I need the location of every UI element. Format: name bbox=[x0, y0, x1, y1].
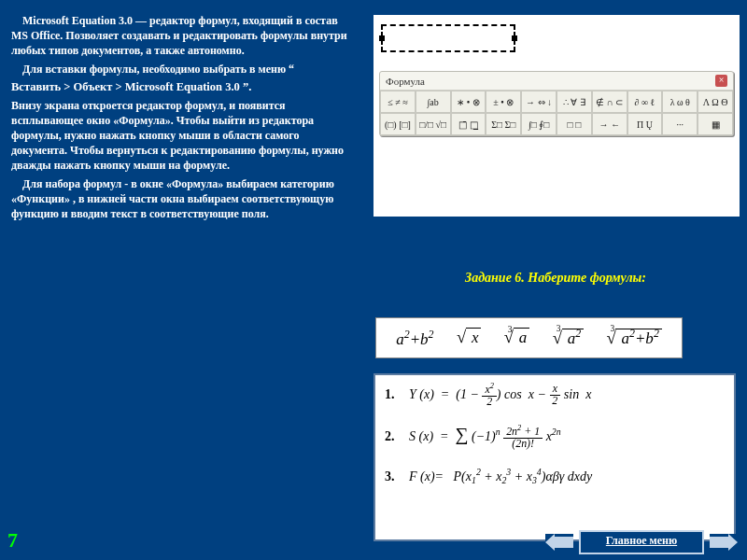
menu-path: Вставить > Объект > Microsoft Equation 3… bbox=[11, 79, 357, 95]
navigation-bar: Главное меню bbox=[545, 530, 738, 554]
task-heading: Задание 6. Наберите формулы: bbox=[374, 271, 738, 286]
toolbar-button-16: → ← bbox=[592, 113, 627, 135]
intro-p4: Для набора формул - в окне «Формула» выб… bbox=[11, 176, 357, 222]
main-menu-button[interactable]: Главное меню bbox=[579, 530, 704, 554]
intro-p1: Microsoft Equation 3.0 — редактор формул… bbox=[11, 13, 357, 59]
toolbar-button-12: □̄ □̲ bbox=[451, 113, 486, 135]
toolbar-button-8: λ ω θ bbox=[662, 91, 698, 113]
close-icon: × bbox=[715, 75, 727, 87]
equation-editor-screenshot: Формула × ≤ ≠ ≈∫ab∗ • ⊗± • ⊗→ ⇔ ↓∴ ∀ ∃∉ … bbox=[374, 15, 740, 217]
page-number: 7 bbox=[7, 528, 18, 553]
toolbar-button-14: ∫□ ∮□ bbox=[521, 113, 557, 135]
toolbar-button-9: Λ Ω Θ bbox=[698, 91, 733, 113]
toolbar-button-13: Σ□ Σ□ bbox=[486, 113, 521, 135]
svg-marker-0 bbox=[545, 534, 573, 551]
toolbar-button-15: □ □ bbox=[557, 113, 592, 135]
toolbar-button-7: ∂ ∞ ℓ bbox=[627, 91, 663, 113]
toolbar-button-5: ∴ ∀ ∃ bbox=[557, 91, 592, 113]
formula-toolbar: Формула × ≤ ≠ ≈∫ab∗ • ⊗± • ⊗→ ⇔ ↓∴ ∀ ∃∉ … bbox=[379, 71, 734, 136]
toolbar-title: Формула bbox=[386, 76, 425, 87]
toolbar-button-10: (□) [□] bbox=[380, 113, 416, 135]
toolbar-button-19: ▦ bbox=[698, 113, 733, 135]
toolbar-button-1: ∫ab bbox=[416, 91, 451, 113]
toolbar-button-4: → ⇔ ↓ bbox=[521, 91, 557, 113]
prev-arrow-icon[interactable] bbox=[545, 534, 573, 551]
toolbar-button-0: ≤ ≠ ≈ bbox=[380, 91, 416, 113]
next-arrow-icon[interactable] bbox=[710, 534, 738, 551]
formula-samples-row: a2+b2 √x 3√a 3√a2 3√a2+b2 bbox=[375, 317, 683, 358]
intro-p2: Для вставки формулы, необходимо выбрать … bbox=[11, 62, 357, 77]
formula-tasks-block: 1. Y (x) = (1 − x22) cos x − x2 sin x 2.… bbox=[374, 373, 736, 541]
instruction-text: Microsoft Equation 3.0 — редактор формул… bbox=[11, 13, 357, 224]
toolbar-button-2: ∗ • ⊗ bbox=[451, 91, 486, 113]
toolbar-button-17: Π Ų bbox=[627, 113, 663, 135]
svg-marker-1 bbox=[710, 534, 738, 551]
toolbar-button-18: ··· bbox=[662, 113, 698, 135]
intro-p3: Внизу экрана откроется редактор формул, … bbox=[11, 98, 357, 174]
toolbar-button-11: □/□ √□ bbox=[416, 113, 451, 135]
toolbar-button-3: ± • ⊗ bbox=[486, 91, 521, 113]
equation-edit-field bbox=[381, 24, 515, 52]
toolbar-button-6: ∉ ∩ ⊂ bbox=[592, 91, 627, 113]
